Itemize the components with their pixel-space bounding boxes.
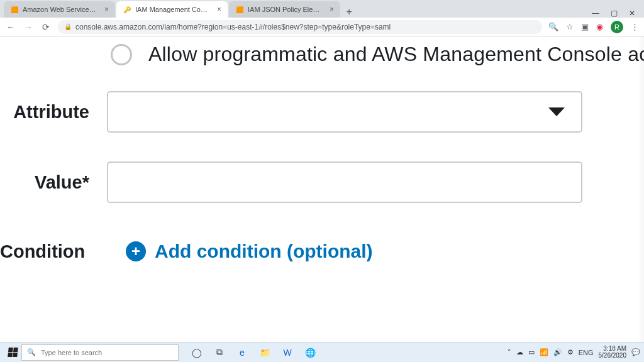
url-text: console.aws.amazon.com/iam/home?region=u…	[75, 23, 391, 31]
window-minimize-icon[interactable]: —	[592, 9, 599, 18]
new-tab-button[interactable]: +	[341, 6, 357, 18]
extension-icon[interactable]: ◉	[596, 22, 603, 31]
lock-icon: 🔒	[64, 23, 72, 30]
tab-strip: 🟧 Amazon Web Services Sign-In × 🔑 IAM Ma…	[0, 0, 644, 18]
address-bar: ← → ⟳ 🔒 console.aws.amazon.com/iam/home?…	[0, 18, 644, 36]
tab-close-icon[interactable]: ×	[330, 5, 334, 14]
chrome-icon[interactable]: 🌐	[303, 346, 317, 359]
tab-close-icon[interactable]: ×	[104, 5, 109, 14]
system-tray: ˄ ☁ ▭ 📶 🔊 ⚙ ENG 3:18 AM 5/26/2020 💬	[508, 346, 640, 359]
volume-icon[interactable]: 🔊	[553, 348, 562, 356]
bookmark-star-icon[interactable]: ☆	[566, 22, 574, 31]
cortana-icon[interactable]: ◯	[190, 346, 204, 359]
taskbar-clock[interactable]: 3:18 AM 5/26/2020	[599, 346, 627, 359]
action-center-icon[interactable]: 💬	[631, 348, 640, 356]
page-content: Allow programmatic and AWS Management Co…	[0, 36, 644, 342]
nav-back-icon[interactable]: ←	[5, 22, 16, 32]
attribute-select[interactable]	[107, 91, 582, 133]
start-button[interactable]	[4, 344, 21, 361]
chevron-down-icon	[548, 107, 565, 116]
battery-icon[interactable]: ▭	[528, 348, 535, 356]
attribute-label: Attribute	[0, 102, 107, 123]
access-type-radio-label: Allow programmatic and AWS Management Co…	[148, 43, 644, 66]
file-explorer-icon[interactable]: 📁	[258, 346, 272, 359]
windows-logo-icon	[8, 348, 18, 357]
url-input[interactable]: 🔒 console.aws.amazon.com/iam/home?region…	[58, 20, 542, 34]
nav-forward-icon[interactable]: →	[23, 22, 34, 32]
wifi-icon[interactable]: 📶	[540, 348, 548, 356]
add-condition-button[interactable]: + Add condition (optional)	[126, 241, 373, 262]
plus-circle-icon: +	[126, 241, 146, 261]
tray-chevron-up-icon[interactable]: ˄	[508, 348, 511, 356]
nav-reload-icon[interactable]: ⟳	[40, 22, 52, 32]
clock-date: 5/26/2020	[599, 353, 627, 359]
cast-icon[interactable]: ▣	[581, 22, 589, 31]
window-restore-icon[interactable]: ▢	[611, 9, 618, 18]
scrollbar[interactable]	[638, 36, 644, 342]
edge-icon[interactable]: e	[235, 346, 249, 359]
taskbar-pinned-apps: ◯ ⧉ e 📁 W 🌐	[190, 346, 317, 359]
attribute-row: Attribute	[0, 91, 644, 133]
windows-taskbar: 🔍 Type here to search ◯ ⧉ e 📁 W 🌐 ˄ ☁ ▭ …	[0, 342, 644, 362]
browser-tab-iam-json[interactable]: 🟧 IAM JSON Policy Elements Refere ×	[229, 1, 340, 18]
search-placeholder: Type here to search	[41, 349, 102, 356]
onedrive-icon[interactable]: ☁	[516, 348, 523, 356]
task-view-icon[interactable]: ⧉	[213, 346, 226, 359]
window-close-icon[interactable]: ✕	[629, 9, 635, 18]
profile-avatar[interactable]: R	[611, 21, 623, 33]
taskbar-search-input[interactable]: 🔍 Type here to search	[21, 344, 179, 361]
radio-unselected-icon[interactable]	[111, 44, 132, 65]
favicon-aws-icon: 🟧	[235, 5, 244, 14]
zoom-icon[interactable]: 🔍	[548, 22, 558, 31]
clock-time: 3:18 AM	[599, 346, 627, 353]
window-controls: — ▢ ✕	[592, 9, 644, 18]
search-icon: 🔍	[27, 348, 36, 356]
access-type-radio-row[interactable]: Allow programmatic and AWS Management Co…	[111, 43, 644, 66]
browser-tab-aws-signin[interactable]: 🟧 Amazon Web Services Sign-In ×	[4, 1, 115, 18]
add-condition-text: Add condition (optional)	[155, 241, 373, 262]
tab-title: Amazon Web Services Sign-In	[23, 6, 98, 13]
condition-row: Condition + Add condition (optional)	[0, 241, 644, 262]
network-icon[interactable]: ⚙	[567, 348, 574, 356]
favicon-aws-icon: 🟧	[10, 5, 19, 14]
tab-title: IAM JSON Policy Elements Refere	[248, 6, 323, 13]
condition-label: Condition	[0, 241, 107, 262]
value-row: Value*	[0, 162, 644, 203]
kebab-menu-icon[interactable]: ⋮	[631, 22, 639, 31]
value-label: Value*	[0, 172, 107, 193]
word-icon[interactable]: W	[280, 346, 294, 359]
tab-close-icon[interactable]: ×	[217, 5, 221, 14]
browser-chrome: 🟧 Amazon Web Services Sign-In × 🔑 IAM Ma…	[0, 0, 644, 36]
browser-tab-iam-console[interactable]: 🔑 IAM Management Console ×	[116, 1, 228, 18]
toolbar-right: 🔍 ☆ ▣ ◉ R ⋮	[548, 21, 639, 33]
language-indicator[interactable]: ENG	[579, 349, 594, 356]
tab-title: IAM Management Console	[135, 6, 211, 13]
favicon-iam-icon: 🔑	[123, 5, 131, 14]
value-input[interactable]	[107, 162, 582, 203]
